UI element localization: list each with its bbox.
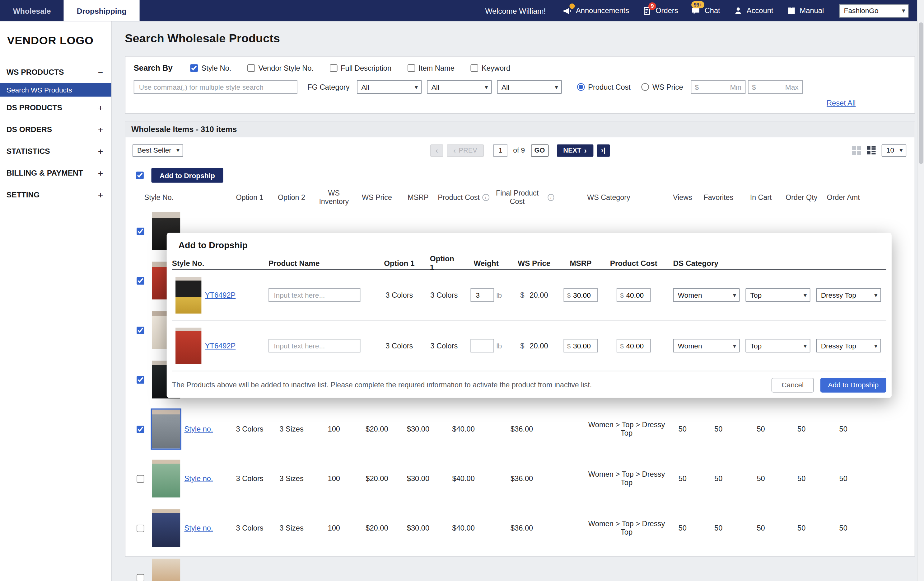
select-value: Best Seller — [137, 146, 172, 154]
tab-dropshipping[interactable]: Dropshipping — [64, 0, 139, 21]
product-image[interactable] — [151, 409, 182, 450]
modal-add-to-dropship-button[interactable]: Add to Dropship — [820, 377, 886, 392]
nav-account[interactable]: Account — [733, 6, 773, 16]
sidebar-item-ws-products[interactable]: WS PRODUCTS — [0, 61, 111, 83]
product-image[interactable] — [152, 460, 180, 497]
row-checkbox[interactable] — [136, 326, 144, 334]
vendor-style-no-checkbox[interactable] — [247, 64, 255, 72]
fg-category-select-3[interactable]: All — [497, 80, 561, 94]
ds-category-select-1[interactable]: Women — [673, 288, 740, 302]
radio-product-cost[interactable]: Product Cost — [577, 83, 630, 91]
tab-wholesale[interactable]: Wholesale — [0, 0, 64, 21]
select-all-checkbox[interactable] — [136, 172, 144, 179]
product-cost-input[interactable] — [626, 291, 647, 299]
style-no-checkbox[interactable] — [190, 64, 198, 72]
collapse-icon[interactable] — [98, 68, 103, 76]
item-name-checkbox[interactable] — [407, 64, 415, 72]
product-image — [175, 277, 201, 313]
orders-badge: 9 — [648, 2, 656, 10]
max-price-input[interactable] — [756, 83, 799, 91]
checkbox-label: Full Description — [341, 64, 391, 72]
expand-icon[interactable] — [98, 103, 103, 112]
product-image[interactable] — [152, 509, 180, 547]
next-page-button[interactable]: NEXT — [556, 144, 593, 157]
sidebar-item-billing-payment[interactable]: BILLING & PAYMENT — [0, 162, 111, 184]
row-checkbox[interactable] — [136, 425, 144, 433]
page-size-select[interactable]: 10 — [882, 144, 907, 157]
ds-category-select-2[interactable]: Top — [746, 288, 810, 302]
first-page-button[interactable] — [430, 144, 443, 157]
checkbox-vendor-style-no[interactable]: Vendor Style No. — [247, 64, 314, 72]
sidebar-item-ds-orders[interactable]: DS ORDERS — [0, 118, 111, 140]
sidebar-item-statistics[interactable]: STATISTICS — [0, 141, 111, 162]
expand-icon[interactable] — [98, 147, 103, 156]
col-views: Views — [673, 194, 692, 202]
page-input[interactable] — [493, 144, 507, 157]
fg-category-select-2[interactable]: All — [427, 80, 492, 94]
expand-icon[interactable] — [98, 169, 103, 177]
cancel-button[interactable]: Cancel — [772, 377, 814, 392]
expand-icon[interactable] — [98, 190, 103, 199]
sidebar-item-setting[interactable]: SETTING — [0, 184, 111, 206]
weight-input[interactable] — [470, 339, 494, 353]
brand-select[interactable]: FashionGo — [839, 4, 908, 17]
go-button[interactable]: GO — [531, 144, 548, 157]
ds-category-select-3[interactable]: Dressy Top — [816, 339, 881, 353]
min-price-input[interactable] — [699, 83, 741, 91]
nav-announcements[interactable]: Announcements — [562, 6, 629, 16]
info-icon[interactable] — [482, 194, 489, 201]
row-checkbox[interactable] — [136, 574, 144, 581]
sort-select[interactable]: Best Seller — [132, 144, 183, 157]
last-page-button[interactable] — [597, 144, 610, 157]
row-checkbox[interactable] — [136, 277, 144, 285]
add-to-dropship-button[interactable]: Add to Dropship — [151, 168, 223, 182]
keyword-checkbox[interactable] — [470, 64, 478, 72]
product-cost-radio[interactable] — [577, 83, 584, 91]
checkbox-item-name[interactable]: Item Name — [407, 64, 455, 72]
product-name-input[interactable] — [269, 339, 360, 353]
row-checkbox[interactable] — [136, 376, 144, 384]
radio-ws-price[interactable]: WS Price — [641, 83, 683, 91]
reset-all-link[interactable]: Reset All — [827, 99, 856, 108]
style-link[interactable]: YT6492P — [205, 291, 236, 299]
list-view-icon[interactable] — [867, 146, 876, 154]
product-cost-input[interactable] — [626, 341, 647, 350]
style-link[interactable]: YT6492P — [205, 341, 236, 350]
scrollbar-thumb[interactable] — [919, 22, 923, 164]
checkbox-keyword[interactable]: Keyword — [470, 64, 510, 72]
product-image[interactable] — [152, 559, 180, 581]
style-link[interactable]: Style no. — [184, 524, 213, 533]
expand-icon[interactable] — [98, 125, 103, 134]
ds-category-select-2[interactable]: Top — [746, 339, 810, 353]
fg-category-select-1[interactable]: All — [356, 80, 421, 94]
ws-price-radio[interactable] — [641, 83, 649, 91]
ds-category-select-3[interactable]: Dressy Top — [816, 288, 881, 302]
sidebar-item-search-ws-products[interactable]: Search WS Products — [0, 83, 111, 97]
info-icon[interactable] — [548, 194, 554, 201]
sidebar-item-ds-products[interactable]: DS PRODUCTS — [0, 96, 111, 118]
ds-category-select-1[interactable]: Women — [673, 339, 740, 353]
row-checkbox[interactable] — [136, 524, 144, 532]
grid-view-icon[interactable] — [852, 146, 861, 154]
weight-input[interactable] — [470, 288, 494, 302]
checkbox-full-description[interactable]: Full Description — [330, 64, 391, 72]
msrp-input[interactable] — [573, 291, 594, 299]
style-link[interactable]: Style no. — [184, 425, 213, 434]
style-link[interactable]: Style no. — [184, 475, 213, 483]
product-name-input[interactable] — [269, 288, 360, 302]
search-by-label: Search By — [134, 63, 190, 72]
nav-chat[interactable]: 99+ Chat — [691, 6, 720, 16]
person-icon — [733, 6, 743, 16]
row-checkbox[interactable] — [136, 475, 144, 483]
full-description-checkbox[interactable] — [330, 64, 337, 72]
nav-orders[interactable]: 9 Orders — [642, 6, 678, 16]
vertical-scrollbar[interactable] — [917, 0, 924, 581]
checkbox-style-no[interactable]: Style No. — [190, 64, 231, 72]
msrp-input[interactable] — [573, 341, 594, 350]
weight-field: lb — [470, 339, 502, 353]
nav-manual[interactable]: Manual — [786, 6, 824, 16]
style-search-input[interactable] — [134, 80, 297, 94]
sidebar-item-label: STATISTICS — [7, 147, 50, 156]
row-checkbox[interactable] — [136, 227, 144, 235]
prev-page-button[interactable]: PREV — [447, 144, 484, 157]
